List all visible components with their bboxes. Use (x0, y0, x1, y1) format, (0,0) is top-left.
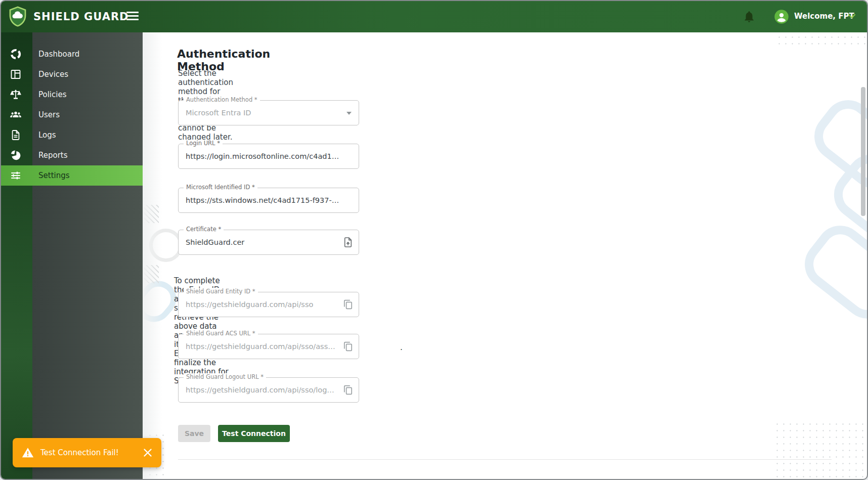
dashboard-icon (10, 48, 22, 60)
logs-document-icon (10, 129, 22, 141)
sidebar-item-label: Settings (38, 171, 70, 180)
login-url-value: https://login.microsoftonline.com/c4ad17… (186, 152, 339, 160)
sidebar-item-reports[interactable]: Reports (1, 145, 143, 165)
sidebar-item-devices[interactable]: Devices (1, 64, 143, 84)
sidebar-nav: Dashboard Devices (1, 44, 143, 186)
field-label: Shield Guard Logout URL * (184, 373, 266, 380)
welcome-user-label[interactable]: Welcome, FPT (794, 12, 854, 21)
decor-dot-grid (776, 34, 866, 48)
menu-hamburger-icon[interactable] (126, 12, 139, 22)
decor-link-shape (795, 216, 868, 328)
copy-icon[interactable] (342, 384, 354, 396)
toast-notification: Test Connection Fail! (13, 438, 161, 467)
chevron-down-icon (346, 112, 352, 115)
chevron-down-icon[interactable] (848, 14, 856, 19)
settings-sliders-icon (10, 169, 22, 182)
stray-period: . (400, 343, 403, 352)
sidebar-item-label: Logs (38, 130, 56, 140)
vertical-scrollbar[interactable] (861, 87, 865, 216)
app-window: SHIELD GUARD Welcome, FPT Dashboard (0, 0, 868, 480)
sidebar-item-users[interactable]: Users (1, 105, 143, 125)
certificate-value: ShieldGuard.cer (186, 238, 336, 246)
reports-pie-icon (10, 149, 22, 161)
app-logo[interactable]: SHIELD GUARD (8, 6, 128, 27)
field-label: Login URL * (184, 140, 223, 147)
sidebar-item-logs[interactable]: Logs (1, 125, 143, 145)
sidebar-item-label: Policies (38, 90, 66, 99)
field-label: Microsoft Identified ID * (184, 184, 257, 191)
authentication-method-select[interactable]: Authentication Method * Microsoft Entra … (178, 100, 359, 125)
policies-scale-icon (10, 89, 22, 101)
acs-url-value: https://getshieldguard.com/api/sso/asser… (186, 342, 336, 351)
sidebar-item-label: Devices (38, 70, 68, 79)
field-label: Shield Guard Entity ID * (184, 288, 258, 295)
sidebar-item-dashboard[interactable]: Dashboard (1, 44, 143, 64)
section-divider (178, 459, 832, 460)
acs-url-field[interactable]: Shield Guard ACS URL * https://getshield… (178, 334, 359, 359)
sidebar-edge-fade (143, 32, 166, 480)
logout-url-field[interactable]: Shield Guard Logout URL * https://getshi… (178, 377, 359, 403)
entity-id-value: https://getshieldguard.com/api/sso (186, 300, 336, 309)
certificate-field[interactable]: Certificate * ShieldGuard.cer (178, 230, 359, 255)
field-label: Shield Guard ACS URL * (184, 330, 258, 337)
users-group-icon (10, 109, 22, 121)
microsoft-identified-id-field[interactable]: Microsoft Identified ID * https://sts.wi… (178, 188, 359, 213)
field-label: Authentication Method * (184, 96, 260, 103)
sidebar-item-settings[interactable]: Settings (1, 165, 143, 186)
close-icon[interactable] (143, 448, 152, 457)
notifications-bell-icon[interactable] (743, 10, 756, 23)
authentication-method-value: Microsoft Entra ID (186, 109, 339, 117)
sidebar-item-policies[interactable]: Policies (1, 84, 143, 105)
toast-message: Test Connection Fail! (40, 448, 119, 457)
field-label: Certificate * (184, 226, 224, 233)
top-bar: SHIELD GUARD Welcome, FPT (1, 1, 867, 32)
shield-cloud-logo-icon (8, 6, 27, 27)
entity-id-field[interactable]: Shield Guard Entity ID * https://getshie… (178, 292, 359, 317)
login-url-field[interactable]: Login URL * https://login.microsoftonlin… (178, 144, 359, 169)
decor-dot-grid (774, 421, 868, 479)
microsoft-identified-id-value: https://sts.windows.net/c4ad1715-f937-4d… (186, 196, 339, 204)
upload-file-icon[interactable] (342, 236, 354, 248)
sidebar-item-label: Dashboard (38, 50, 79, 59)
save-button[interactable]: Save (178, 425, 210, 442)
account-avatar-icon[interactable] (774, 9, 789, 24)
copy-icon[interactable] (342, 340, 354, 353)
copy-icon[interactable] (342, 298, 354, 311)
app-title: SHIELD GUARD (33, 6, 128, 27)
test-connection-button[interactable]: Test Connection (218, 425, 290, 442)
logout-url-value: https://getshieldguard.com/api/sso/logou… (186, 386, 336, 394)
warning-triangle-icon (22, 447, 34, 459)
devices-icon (10, 68, 22, 80)
sidebar-item-label: Users (38, 110, 60, 119)
sidebar-item-label: Reports (38, 151, 68, 160)
